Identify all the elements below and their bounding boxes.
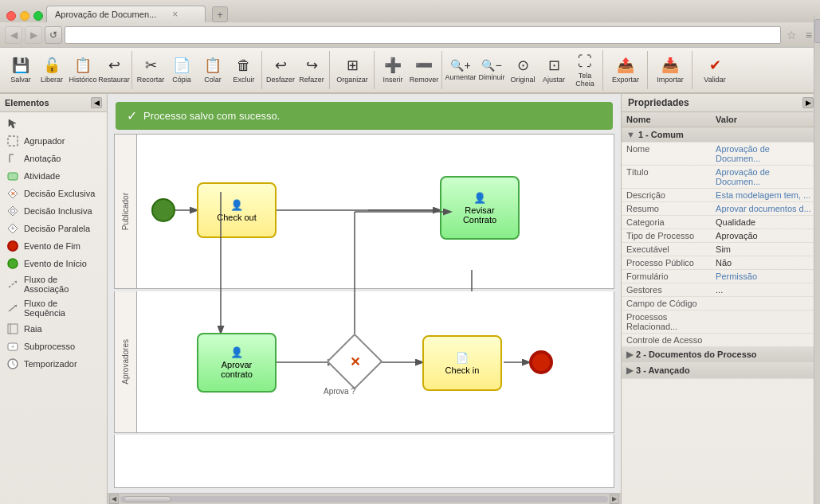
- prop-nome-value[interactable]: Aprovação de Documen...: [711, 143, 820, 166]
- recortar-button[interactable]: ✂ Recortar: [135, 51, 166, 89]
- checkin-task[interactable]: 📄 Check in: [422, 335, 502, 391]
- fluxo-associacao-icon: [6, 278, 19, 291]
- excluir-button[interactable]: 🗑 Excluir: [229, 51, 259, 89]
- raia-label: Raia: [24, 324, 42, 334]
- validar-icon: ✔: [709, 57, 721, 74]
- sidebar-item-raia[interactable]: Raia: [0, 320, 107, 338]
- organizar-icon: ⊞: [347, 57, 359, 74]
- diagram-empty-area[interactable]: [114, 435, 614, 488]
- new-tab-btn[interactable]: +: [212, 6, 228, 22]
- back-btn[interactable]: ◀: [5, 26, 22, 44]
- success-banner: ✓ Processo salvo com sucesso.: [116, 102, 613, 130]
- colar-label: Colar: [204, 76, 222, 84]
- validar-button[interactable]: ✔ Validar: [696, 51, 734, 89]
- svg-rect-0: [8, 136, 18, 146]
- remover-button[interactable]: ➖ Remover: [409, 51, 439, 89]
- tab-close-btn[interactable]: ×: [172, 9, 178, 20]
- scroll-right-arrow[interactable]: ▶: [610, 494, 619, 504]
- maximize-light[interactable]: [33, 11, 43, 21]
- checkout-task-icon: 👤: [230, 199, 243, 211]
- properties-panel: Propriedades ▶ Nome Valor ▼1 - Comum: [621, 94, 820, 504]
- fluxo-sequencia-icon: [6, 302, 19, 315]
- h-scrollbar[interactable]: ◀ ▶: [108, 493, 621, 504]
- browser-tab[interactable]: Aprovação de Documen... ×: [46, 6, 206, 22]
- importar-icon: 📥: [661, 57, 679, 74]
- scroll-thumb[interactable]: [124, 496, 171, 502]
- sidebar-item-subprocesso[interactable]: + Subprocesso: [0, 338, 107, 355]
- address-bar[interactable]: [65, 26, 781, 44]
- properties-table: Nome Valor ▼1 - Comum Nome Aprovação de …: [622, 112, 820, 379]
- ajustar-button[interactable]: ⊡ Ajustar: [539, 51, 569, 89]
- decisao-paralela-icon: +: [6, 222, 19, 235]
- sidebar-item-anotacao[interactable]: Anotação: [0, 150, 107, 167]
- properties-collapse-btn[interactable]: ▶: [802, 97, 814, 108]
- minimize-light[interactable]: [20, 11, 29, 21]
- refazer-button[interactable]: ↪ Refazer: [296, 51, 327, 89]
- inserir-button[interactable]: ➕ Inserir: [378, 51, 408, 89]
- decisao-exclusiva-icon: ✕: [6, 187, 19, 200]
- prop-section-documentos[interactable]: ▶2 - Documentos do Processo: [622, 347, 820, 363]
- sidebar-collapse-btn[interactable]: ◀: [91, 97, 102, 108]
- sidebar-item-fluxo-sequencia[interactable]: Fluxo de Sequência: [0, 296, 107, 320]
- evento-inicio-label: Evento de Início: [24, 259, 87, 268]
- importar-button[interactable]: 📥 Importar: [651, 51, 689, 89]
- revisar-task-label: Revisar Contrato: [463, 205, 496, 225]
- desfazer-icon: ↩: [275, 57, 287, 74]
- desfazer-button[interactable]: ↩ Desfazer: [265, 51, 296, 89]
- sidebar-item-atividade[interactable]: Atividade: [0, 167, 107, 185]
- nav-star[interactable]: ☆: [783, 29, 800, 41]
- sidebar-item-decisao-inclusiva[interactable]: Decisão Inclusiva: [0, 202, 107, 220]
- organizar-button[interactable]: ⊞ Organizar: [333, 51, 371, 89]
- prop-tipo-value[interactable]: Aprovação: [711, 229, 820, 243]
- refresh-btn[interactable]: ↺: [45, 26, 62, 44]
- exportar-button[interactable]: 📤 Exportar: [606, 51, 645, 89]
- sidebar-item-decisao-exclusiva[interactable]: ✕ Decisão Exclusiva: [0, 185, 107, 202]
- salvar-button[interactable]: 💾 Salvar: [6, 51, 36, 89]
- aumentar-button[interactable]: 🔍+ Aumentar: [445, 51, 476, 89]
- prop-campo-codigo-value[interactable]: [711, 297, 820, 311]
- prop-controle-acesso-value[interactable]: [711, 334, 820, 347]
- prop-publico-value[interactable]: Não: [711, 256, 820, 270]
- prop-descricao-value[interactable]: Esta modelagem tem, ...: [711, 189, 820, 202]
- sidebar-item-fluxo-associacao[interactable]: Fluxo de Associação: [0, 272, 107, 296]
- checkout-task[interactable]: 👤 Check out: [197, 182, 277, 238]
- prop-section-avancado-label: 3 - Avançado: [636, 365, 690, 375]
- prop-formulario-value[interactable]: Permissão: [711, 270, 820, 283]
- revisar-task-icon: 👤: [473, 192, 486, 204]
- restaurar-button[interactable]: ↩ Restaurar: [99, 51, 129, 89]
- sidebar-item-evento-fim[interactable]: Evento de Fim: [0, 237, 107, 255]
- prop-categoria-value[interactable]: Qualidade: [711, 216, 820, 229]
- prop-executavel-value[interactable]: Sim: [711, 243, 820, 256]
- revisar-task[interactable]: 👤 Revisar Contrato: [440, 176, 520, 240]
- diminuir-button[interactable]: 🔍− Diminuir: [477, 51, 507, 89]
- decisao-inclusiva-label: Decisão Inclusiva: [24, 206, 92, 216]
- prop-row-categoria: Categoria Qualidade: [622, 216, 820, 229]
- prop-titulo-value[interactable]: Aprovação de Documen...: [711, 166, 820, 189]
- colar-button[interactable]: 📋 Colar: [198, 51, 228, 89]
- prop-processos-rel-value[interactable]: [711, 311, 820, 334]
- original-button[interactable]: ⊙ Original: [508, 51, 538, 89]
- prop-gestores-value[interactable]: ...: [711, 283, 820, 297]
- prop-resumo-value[interactable]: Aprovar documentos d...: [711, 202, 820, 216]
- scroll-left-arrow[interactable]: ◀: [109, 494, 119, 504]
- temporizador-label: Temporizador: [24, 359, 77, 369]
- gateway-aprova[interactable]: ✕: [335, 342, 375, 381]
- prop-section-comum[interactable]: ▼1 - Comum: [622, 127, 820, 143]
- sidebar-item-temporizador[interactable]: Temporizador: [0, 355, 107, 373]
- sidebar-item-evento-inicio[interactable]: Evento de Início: [0, 255, 107, 272]
- prop-section-avancado[interactable]: ▶3 - Avançado: [622, 363, 820, 379]
- scroll-track[interactable]: [120, 496, 608, 502]
- forward-btn[interactable]: ▶: [25, 26, 42, 44]
- aprovar-task[interactable]: 👤 Aprovar contrato: [197, 333, 277, 393]
- sidebar-title: Elementos: [5, 98, 49, 107]
- canvas-area[interactable]: ✓ Processo salvo com sucesso. Publicador: [108, 94, 621, 504]
- close-light[interactable]: [6, 11, 16, 21]
- tela-cheia-button[interactable]: ⛶ Tela Cheia: [570, 50, 600, 91]
- liberar-button[interactable]: 🔓 Liberar: [37, 51, 67, 89]
- copia-button[interactable]: 📄 Cópia: [167, 51, 197, 89]
- historico-button[interactable]: 📋 Histórico: [68, 51, 98, 89]
- sidebar-item-agrupador[interactable]: Agrupador: [0, 132, 107, 150]
- sidebar-item-decisao-paralela[interactable]: + Decisão Paralela: [0, 220, 107, 237]
- prop-v-scroll[interactable]: [814, 94, 820, 504]
- sidebar-item-cursor[interactable]: [0, 112, 107, 132]
